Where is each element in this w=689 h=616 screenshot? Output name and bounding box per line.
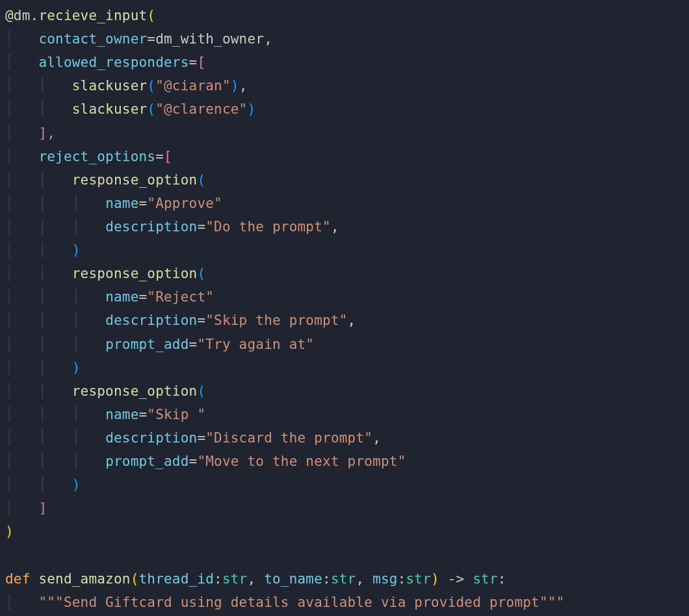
code-line: │ │ ) [5,238,684,262]
string-literal: "@clarence" [155,101,247,117]
code-line: │ """Send Giftcard using details availab… [5,591,684,614]
code-line: │ │ │ name="Skip " [5,403,684,426]
open-bracket: [ [197,55,205,70]
param-contact-owner: contact_owner [38,31,147,47]
code-line: │ │ response_option( [5,262,684,285]
type-annotation: str [222,571,248,587]
code-editor[interactable]: @dm.recieve_input( │ contact_owner=dm_wi… [5,4,684,614]
param-allowed-responders: allowed_responders [38,55,188,70]
code-line: ) [5,520,684,543]
code-line: │ allowed_responders=[ [5,51,684,74]
string-literal: "@ciaran" [155,78,231,94]
code-line: def send_amazon(thread_id:str, to_name:s… [5,567,684,591]
code-line: │ │ slackuser("@clarence") [5,97,684,121]
code-line: │ │ │ name="Reject" [5,285,684,309]
close-bracket: ] [38,500,47,516]
decorator-method: recieve_input [38,8,147,23]
docstring: """Send Giftcard using details available… [38,595,564,610]
decorator-module: dm [14,8,31,23]
function-name: send_amazon [38,571,130,587]
func-response-option: response_option [72,383,198,399]
keyword-def: def [5,571,31,587]
code-line: │ │ │ description="Skip the prompt", [5,309,684,332]
func-slackuser: slackuser [72,78,148,94]
type-annotation: str [406,571,432,587]
blank-line [5,544,684,567]
code-line: @dm.recieve_input( [5,4,684,27]
type-annotation: str [331,571,356,587]
code-line: │ │ │ prompt_add="Move to the next promp… [5,450,684,473]
code-line: │ │ │ name="Approve" [5,192,684,215]
open-bracket: [ [164,149,172,164]
code-line: │ │ │ description="Do the prompt", [5,215,684,238]
func-response-option: response_option [72,172,198,188]
open-paren: ( [147,8,155,23]
decorator-at: @ [5,8,14,23]
code-line: │ ], [5,122,684,145]
func-response-option: response_option [72,266,198,281]
code-line: │ │ │ description="Discard the prompt", [5,426,684,450]
return-type: str [473,571,498,587]
func-slackuser: slackuser [72,101,148,117]
code-line: │ │ response_option( [5,379,684,403]
code-line: │ reject_options=[ [5,145,684,168]
code-line: │ │ ) [5,473,684,496]
code-line: │ │ response_option( [5,168,684,192]
code-line: │ contact_owner=dm_with_owner, [5,27,684,51]
code-line: │ │ │ prompt_add="Try again at" [5,333,684,356]
code-line: │ ] [5,496,684,520]
close-bracket: ], [38,125,55,141]
param-reject-options: reject_options [38,149,155,164]
code-line: │ │ ) [5,356,684,379]
close-paren: ) [5,524,14,539]
code-line: │ │ slackuser("@ciaran"), [5,74,684,97]
